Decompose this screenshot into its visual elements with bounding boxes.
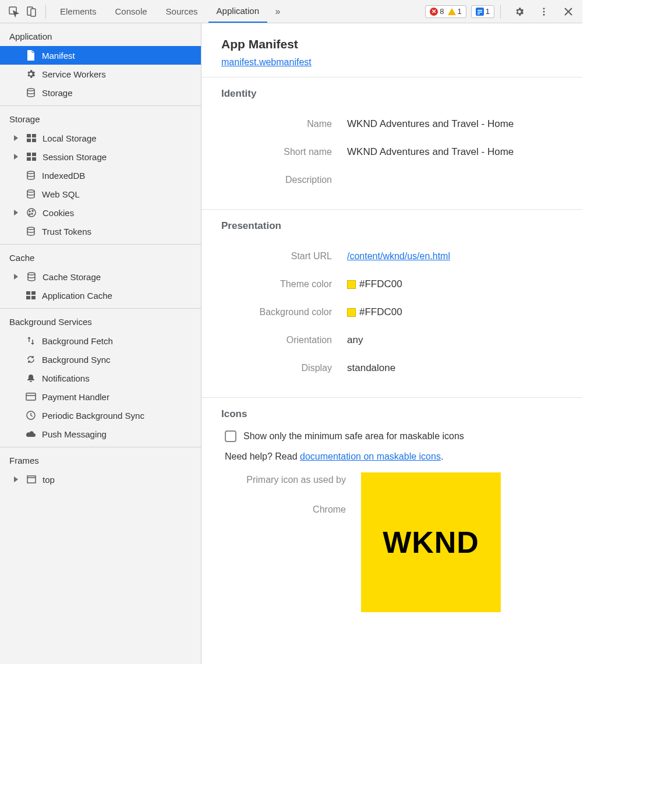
- sidebar-item-push-messaging[interactable]: Push Messaging: [0, 425, 201, 443]
- svg-rect-30: [31, 296, 36, 299]
- more-tabs-icon[interactable]: »: [270, 3, 286, 20]
- sidebar-item-bg-fetch[interactable]: Background Fetch: [0, 331, 201, 350]
- frame-icon: [26, 474, 37, 485]
- row-name: Name WKND Adventures and Travel - Home: [221, 110, 563, 138]
- sidebar-item-manifest[interactable]: Manifest: [0, 46, 201, 65]
- svg-rect-4: [478, 12, 482, 13]
- primary-icon-preview: WKND: [361, 472, 501, 612]
- sidebar-item-service-workers[interactable]: Service Workers: [0, 65, 201, 83]
- sidebar-item-label: Periodic Background Sync: [42, 411, 144, 421]
- svg-rect-15: [32, 153, 36, 156]
- sync-icon: [26, 354, 36, 365]
- close-devtools-icon[interactable]: [560, 3, 576, 20]
- section-title-frames: Frames: [0, 447, 201, 470]
- label-description: Description: [221, 175, 347, 185]
- table-icon: [26, 151, 37, 162]
- sidebar-item-trust-tokens[interactable]: Trust Tokens: [0, 222, 201, 241]
- settings-icon[interactable]: [511, 3, 528, 20]
- issues-badge-group[interactable]: 1: [471, 5, 494, 18]
- page-title: App Manifest: [221, 37, 563, 51]
- sidebar-item-cookies[interactable]: Cookies: [0, 203, 201, 222]
- cookie-icon: [26, 207, 37, 218]
- application-sidebar: Application Manifest Service Workers Sto…: [0, 23, 201, 664]
- svg-rect-2: [31, 9, 36, 16]
- start-url-link[interactable]: /content/wknd/us/en.html: [347, 251, 450, 262]
- updown-arrows-icon: [26, 336, 36, 346]
- svg-point-7: [543, 10, 545, 12]
- manifest-file-link[interactable]: manifest.webmanifest: [221, 57, 312, 67]
- sidebar-item-periodic-sync[interactable]: Periodic Background Sync: [0, 406, 201, 425]
- section-title-application: Application: [0, 23, 201, 46]
- sidebar-item-websql[interactable]: Web SQL: [0, 185, 201, 203]
- toolbar-separator: [45, 5, 46, 19]
- sidebar-item-cache-storage[interactable]: Cache Storage: [0, 267, 201, 286]
- tab-console[interactable]: Console: [107, 0, 155, 23]
- kebab-menu-icon[interactable]: [536, 3, 552, 20]
- checkbox-icon[interactable]: [225, 430, 236, 442]
- document-icon: [26, 50, 36, 61]
- value-theme-color: #FFDC00: [359, 278, 402, 290]
- svg-point-21: [29, 211, 30, 212]
- svg-rect-10: [27, 134, 31, 137]
- device-toggle-icon[interactable]: [23, 3, 40, 20]
- issues-badge[interactable]: 1: [474, 7, 491, 16]
- sidebar-section-storage: Storage Local Storage Session Storage In…: [0, 106, 201, 245]
- expand-arrow-icon: [14, 210, 18, 216]
- value-bg-color: #FFDC00: [359, 306, 402, 318]
- svg-rect-5: [478, 13, 480, 15]
- label-name: Name: [221, 119, 347, 129]
- devtools-tabs: Elements Console Sources Application »: [52, 0, 424, 23]
- value-short-name: WKND Adventures and Travel - Home: [347, 146, 563, 158]
- sidebar-item-storage[interactable]: Storage: [0, 83, 201, 102]
- row-short-name: Short name WKND Adventures and Travel - …: [221, 138, 563, 166]
- sidebar-item-label: top: [43, 475, 55, 485]
- sidebar-item-indexeddb[interactable]: IndexedDB: [0, 166, 201, 185]
- sidebar-item-payment-handler[interactable]: Payment Handler: [0, 387, 201, 406]
- warnings-badge[interactable]: 1: [446, 7, 464, 16]
- svg-point-24: [29, 214, 30, 215]
- tab-elements[interactable]: Elements: [52, 0, 105, 23]
- sidebar-item-notifications[interactable]: Notifications: [0, 369, 201, 387]
- svg-point-19: [27, 190, 34, 192]
- sidebar-section-frames: Frames top: [0, 447, 201, 492]
- bg-color-swatch[interactable]: [347, 308, 356, 317]
- sidebar-item-label: Push Messaging: [42, 429, 107, 439]
- svg-point-25: [27, 227, 34, 230]
- row-description: Description: [221, 166, 563, 194]
- label-orientation: Orientation: [221, 335, 347, 345]
- sidebar-item-local-storage[interactable]: Local Storage: [0, 129, 201, 147]
- tab-application[interactable]: Application: [208, 0, 267, 23]
- icon-preview-label: Primary icon as used by Chrome: [221, 472, 346, 517]
- icons-section: Icons Show only the minimum safe area fo…: [201, 398, 582, 627]
- console-badge-group[interactable]: ✕ 8 1: [425, 5, 466, 18]
- svg-rect-17: [32, 157, 36, 161]
- label-bg-color: Background color: [221, 307, 347, 317]
- svg-rect-14: [27, 153, 31, 156]
- errors-badge[interactable]: ✕ 8: [428, 7, 445, 16]
- inspect-element-icon[interactable]: [6, 3, 22, 20]
- database-icon: [26, 87, 36, 98]
- devtools-toolbar: Elements Console Sources Application » ✕…: [0, 0, 582, 23]
- clock-icon: [26, 410, 36, 421]
- gear-icon: [26, 69, 36, 79]
- sidebar-item-session-storage[interactable]: Session Storage: [0, 147, 201, 166]
- row-theme-color: Theme color #FFDC00: [221, 270, 563, 298]
- expand-arrow-icon: [14, 135, 18, 141]
- svg-rect-29: [26, 296, 30, 299]
- value-name: WKND Adventures and Travel - Home: [347, 118, 563, 130]
- theme-color-swatch[interactable]: [347, 280, 356, 289]
- expand-arrow-icon: [14, 476, 18, 482]
- section-heading-identity: Identity: [221, 88, 563, 100]
- issues-icon: [476, 8, 484, 16]
- sidebar-item-bg-sync[interactable]: Background Sync: [0, 350, 201, 369]
- sidebar-item-label: Storage: [42, 88, 73, 98]
- maskable-checkbox-row[interactable]: Show only the minimum safe area for mask…: [225, 430, 563, 442]
- sidebar-item-top-frame[interactable]: top: [0, 470, 201, 489]
- sidebar-item-application-cache[interactable]: Application Cache: [0, 286, 201, 305]
- tab-sources[interactable]: Sources: [158, 0, 206, 23]
- svg-point-8: [543, 13, 545, 15]
- section-heading-icons: Icons: [221, 408, 563, 420]
- identity-section: Identity Name WKND Adventures and Travel…: [201, 77, 582, 210]
- maskable-docs-link[interactable]: documentation on maskable icons: [300, 451, 441, 461]
- svg-point-23: [31, 213, 33, 214]
